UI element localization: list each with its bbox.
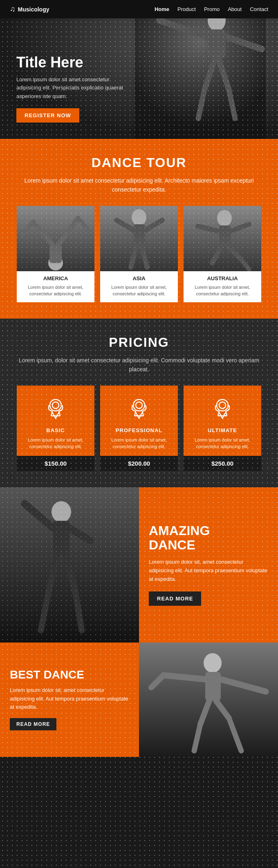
svg-point-42 [219,402,226,408]
svg-rect-25 [219,225,231,246]
logo-text: Musicology [18,6,49,13]
dance-tour-section: DANCE TOUR Lorem ipsum dolor sit amet co… [0,139,278,319]
hero-section: Title Here Lorem ipsum dolor sit amet co… [0,0,278,139]
svg-line-33 [51,411,52,416]
svg-point-56 [204,653,222,673]
svg-line-58 [164,675,205,679]
svg-point-24 [217,210,232,226]
card-asia-body: ASIA Lorem ipsum dolor sit amet, consect… [100,271,178,302]
svg-rect-18 [134,224,145,247]
pricing-icon-professional [106,395,172,422]
best-dance-description: Lorem ipsum dolor sit, amet consectetur … [10,686,129,712]
register-button[interactable]: REGISTER NOW [16,108,79,123]
best-dancer-image [139,643,278,757]
amazing-dancer-image [0,487,139,643]
card-asia-name: ASIA [104,275,174,281]
pricing-cards: BASIC Lorem ipsum dolor sit amet, consec… [12,386,266,471]
amazing-dance-image [0,487,139,643]
svg-line-38 [135,411,136,416]
nav-product[interactable]: Product [177,6,196,12]
pricing-professional-price: $200.00 [100,456,178,471]
pricing-desc: Lorem ipsum, dolor sit amet consectetur … [12,356,266,374]
dance-tour-cards: AMERICA Lorem ipsum dolor sit amet, cons… [12,206,266,302]
pricing-icon-ultimate [189,395,256,422]
pricing-card-basic: BASIC Lorem ipsum dolor sit amet, consec… [17,386,94,471]
nav-contact[interactable]: Contact [250,6,268,12]
card-australia-text: Lorem ipsum dolor sit amet, consectetur … [188,284,257,297]
svg-line-43 [218,411,219,416]
svg-point-37 [136,402,142,408]
card-australia: AUSTRALIA Lorem ipsum dolor sit amet, co… [184,206,261,302]
dance-tour-title: DANCE TOUR [12,155,266,170]
card-australia-image [184,206,261,271]
hero-content: Title Here Lorem ipsum dolor sit amet co… [0,54,131,123]
pricing-card-professional: PROFESSIONAL Lorem ipsum dolor sit amet,… [100,386,178,471]
nav-home[interactable]: Home [155,6,169,12]
pricing-ultimate-name: ULTIMATE [189,427,256,433]
svg-point-17 [132,209,146,225]
card-america-body: AMERICA Lorem ipsum dolor sit amet, cons… [17,271,94,302]
card-america-name: AMERICA [21,275,90,281]
svg-point-41 [217,399,228,411]
logo[interactable]: ♫ Musicology [10,5,49,13]
card-australia-name: AUSTRALIA [188,275,257,281]
pricing-icon-basic [22,395,89,422]
amazing-dance-description: Lorem ipsum dolor sit, amet consectetur … [149,558,268,583]
amazing-dance-content: AMAZING DANCE Lorem ipsum dolor sit, ame… [139,487,278,643]
pricing-basic-desc: Lorem ipsum dolor sit amet, consectetur … [22,437,89,450]
card-america-text: Lorem ipsum dolor sit amet, consectetur … [21,284,90,297]
logo-icon: ♫ [10,5,16,13]
hero-description: Lorem ipsum dolor sit amet consectetur a… [16,76,131,101]
svg-rect-2 [208,29,226,58]
svg-point-31 [50,399,61,411]
pricing-section: PRICING Lorem ipsum, dolor sit amet cons… [0,319,278,487]
nav-links: Home Product Promo About Contact [155,6,268,12]
svg-line-34 [59,411,60,416]
svg-rect-11 [49,245,62,263]
svg-point-36 [133,399,145,411]
svg-point-32 [52,402,59,408]
svg-rect-57 [205,672,221,701]
pricing-basic-price: $150.00 [17,456,94,471]
svg-point-47 [52,501,71,522]
pricing-professional-desc: Lorem ipsum dolor sit amet, consectetur … [106,437,172,450]
card-america: AMERICA Lorem ipsum dolor sit amet, cons… [17,206,94,302]
card-america-image [17,206,94,271]
pricing-ultimate-desc: Lorem ipsum dolor sit amet, consectetur … [189,437,256,450]
best-dance-content: BEST DANCE Lorem ipsum dolor sit, amet c… [0,643,139,757]
pricing-card-ultimate: ULTIMATE Lorem ipsum dolor sit amet, con… [184,386,261,471]
pricing-ultimate-price: $250.00 [184,456,261,471]
amazing-dance-section: AMAZING DANCE Lorem ipsum dolor sit, ame… [0,487,278,643]
card-asia-text: Lorem ipsum dolor sit amet, consectetur … [104,284,174,297]
nav-about[interactable]: About [228,6,242,12]
dance-tour-desc: Lorem ipsum dolor sit amet consectetur a… [12,176,266,194]
amazing-read-more-button[interactable]: READ MORE [149,591,201,606]
pricing-basic-name: BASIC [22,427,89,433]
pricing-title: PRICING [12,335,266,350]
svg-line-44 [226,411,227,416]
best-dance-title: BEST DANCE [10,669,129,681]
card-asia: ASIA Lorem ipsum dolor sit amet, consect… [100,206,178,302]
card-australia-body: AUSTRALIA Lorem ipsum dolor sit amet, co… [184,271,261,302]
best-dance-image [139,643,278,757]
svg-line-39 [142,411,143,416]
hero-dancer-image [135,0,266,139]
pricing-professional-name: PROFESSIONAL [106,427,172,433]
best-read-more-button[interactable]: READ MorE [10,718,56,730]
best-dance-section: BEST DANCE Lorem ipsum dolor sit, amet c… [0,643,278,757]
card-asia-image [100,206,178,271]
amazing-dance-title: AMAZING DANCE [149,524,268,552]
nav-promo[interactable]: Promo [204,6,220,12]
hero-title: Title Here [16,54,131,71]
navbar: ♫ Musicology Home Product Promo About Co… [0,0,278,18]
